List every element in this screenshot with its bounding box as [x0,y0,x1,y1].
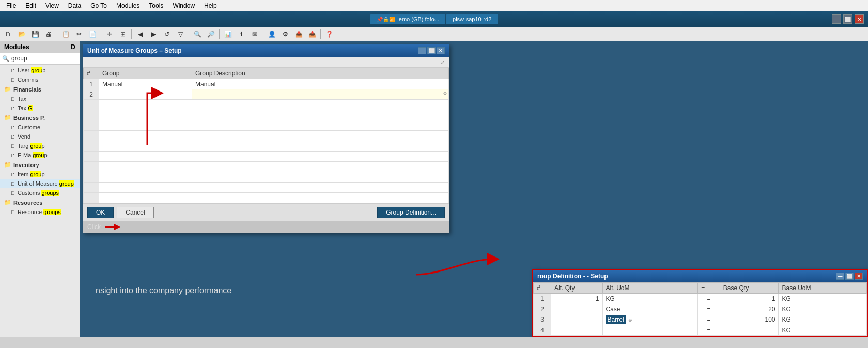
restore-btn[interactable]: ⬜ [843,14,853,24]
sidebar-financials: 📁 Financials [0,84,80,94]
close-btn[interactable]: ✕ [855,14,864,24]
gd-alt-qty[interactable] [551,314,602,325]
table-row[interactable]: 2 ⚙ [84,89,449,100]
menu-modules[interactable]: Modules [112,1,144,10]
sidebar-item-usergroup[interactable]: 🗋 User group [0,66,80,75]
toolbar-export[interactable]: 📤 [292,28,305,40]
gd-base-qty[interactable] [720,325,779,336]
gd-alt-uom[interactable]: Case [602,304,698,314]
expand-icon[interactable]: ⤢ [439,58,447,66]
toolbar-cut[interactable]: ✂ [73,28,85,40]
group-def-button[interactable]: Group Definition... [377,207,445,218]
sidebar-item-uomgroup[interactable]: 🗋 Unit of Measure group [0,179,80,188]
desc-cell[interactable]: ⚙ [192,89,449,100]
sidebar-item-commis[interactable]: 🗋 Commis [0,75,80,84]
table-row[interactable]: 1 Manual Manual [84,79,449,89]
menu-help[interactable]: Help [200,1,221,10]
menu-file[interactable]: File [2,1,20,10]
uom-dialog-restore[interactable]: ⬜ [427,47,436,54]
title-tab-2[interactable]: plsw-sap10-rd2 [446,14,498,24]
menu-edit[interactable]: Edit [21,1,40,10]
gd-alt-uom[interactable]: Barrel ⊕ [602,314,698,325]
uom-dialog-title: Unit of Measure Groups – Setup — ⬜ ✕ [83,44,449,57]
gd-alt-qty[interactable] [551,304,602,314]
menu-view[interactable]: View [41,1,63,10]
toolbar-move[interactable]: ✛ [103,28,116,40]
uom-dialog-footer: OK Cancel Group Definition... [83,203,449,221]
toolbar-chart[interactable]: 📊 [222,28,234,40]
toolbar-copy[interactable]: 📋 [59,28,72,40]
doc-icon-3: 🗋 [10,96,16,102]
toolbar-search2[interactable]: 🔎 [205,28,217,40]
gd-alt-qty[interactable] [551,325,602,336]
toolbar-filter[interactable]: ▽ [174,28,187,40]
table-row[interactable]: 3 Barrel ⊕ = 100 KG [534,314,867,325]
sidebar-item-resourcegroups[interactable]: 🗋 Resource groups [0,207,80,217]
sidebar-item-emailgroup[interactable]: 🗋 E-Ma group [0,150,80,160]
toolbar-new[interactable]: 🗋 [2,28,14,40]
table-row[interactable]: 1 1 KG = 1 KG [534,294,867,304]
toolbar-mail[interactable]: ✉ [249,28,261,40]
toolbar-print[interactable]: 🖨 [42,28,55,40]
folder-icon-4: 📁 [4,199,11,206]
minimize-btn[interactable]: — [832,14,841,24]
uom-dialog-close[interactable]: ✕ [437,47,445,54]
menu-data[interactable]: Data [64,1,85,10]
sidebar-item-custome[interactable]: 🗋 Custome [0,123,80,132]
menu-goto[interactable]: Go To [86,1,111,10]
sidebar-item-vend[interactable]: 🗋 Vend [0,132,80,141]
group-cell[interactable]: Manual [99,79,192,89]
table-row[interactable]: 4 = KG [534,325,867,336]
uom-dialog-minimize[interactable]: — [418,47,426,54]
gd-base-uom[interactable]: KG [779,304,867,314]
doc-icon-8: 🗋 [10,153,16,158]
uom-dialog: Unit of Measure Groups – Setup — ⬜ ✕ ⤢ #… [83,44,450,233]
title-tab-1[interactable]: 📌🔒📶 emo (GB) fofo... [370,14,445,24]
toolbar-refresh[interactable]: ↺ [161,28,173,40]
toolbar-import[interactable]: 📥 [306,28,318,40]
gd-alt-qty[interactable]: 1 [551,294,602,304]
gd-base-uom[interactable]: KG [779,325,867,336]
sidebar-search-input[interactable] [11,55,80,62]
title-bar: 📌🔒📶 emo (GB) fofo... plsw-sap10-rd2 — ⬜ … [0,11,868,27]
gd-base-qty[interactable]: 1 [720,294,779,304]
gd-base-qty[interactable]: 20 [720,304,779,314]
menu-tools[interactable]: Tools [145,1,167,10]
gd-alt-uom[interactable]: KG [602,294,698,304]
ok-button[interactable]: OK [87,207,114,218]
group-def-restore[interactable]: ⬜ [845,273,854,280]
toolbar-paste[interactable]: 📄 [86,28,99,40]
table-row[interactable]: 2 Case = 20 KG [534,304,867,314]
sidebar-item-itemgroup[interactable]: 🗋 Item group [0,170,80,179]
sidebar-item-tax[interactable]: 🗋 Tax [0,94,80,103]
toolbar-help[interactable]: ❓ [323,28,335,40]
sidebar-item-customsgroups[interactable]: 🗋 Customs groups [0,188,80,198]
desc-cell[interactable]: Manual [192,79,449,89]
toolbar-grid[interactable]: ⊞ [117,28,129,40]
toolbar-find[interactable]: 🔍 [191,28,204,40]
toolbar-user[interactable]: 👤 [266,28,278,40]
sidebar-item-taxg[interactable]: 🗋 Tax G [0,103,80,113]
gd-base-uom[interactable]: KG [779,294,867,304]
gd-col-altuom: Alt. UoM [602,283,698,294]
group-def-close[interactable]: ✕ [855,273,863,280]
gd-base-qty[interactable]: 100 [720,314,779,325]
toolbar-settings[interactable]: ⚙ [279,28,291,40]
toolbar-info[interactable]: ℹ [235,28,247,40]
toolbar-forward[interactable]: ▶ [147,28,160,40]
toolbar-open[interactable]: 📂 [16,28,28,40]
window-controls: — ⬜ ✕ [832,14,864,24]
gd-eq: = [698,325,720,336]
cancel-button[interactable]: Cancel [117,207,153,218]
gd-row-num: 4 [534,325,551,336]
click-hint-area: Group Definition... [377,207,445,218]
arrow-icon [105,223,120,231]
toolbar-back[interactable]: ◀ [134,28,146,40]
gd-alt-uom[interactable] [602,325,698,336]
group-cell[interactable] [99,89,192,100]
toolbar-save[interactable]: 💾 [29,28,41,40]
gd-base-uom[interactable]: KG [779,314,867,325]
sidebar-item-targroup[interactable]: 🗋 Targ group [0,141,80,150]
group-def-minimize[interactable]: — [836,273,844,280]
menu-window[interactable]: Window [168,1,199,10]
